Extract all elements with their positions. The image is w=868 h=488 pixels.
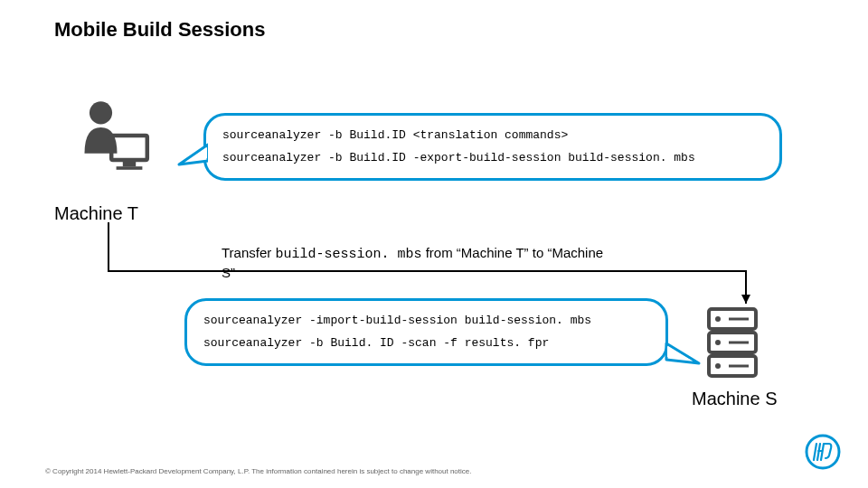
svg-rect-3 xyxy=(117,166,143,170)
svg-rect-2 xyxy=(123,162,136,166)
commands-bubble-t: sourceanalyzer -b Build.ID <translation … xyxy=(203,113,782,181)
bubble2-tail xyxy=(665,342,701,365)
svg-marker-6 xyxy=(741,295,750,304)
svg-point-12 xyxy=(715,316,721,322)
svg-point-14 xyxy=(715,363,721,369)
transfer-text: Transfer build-session. mbs from “Machin… xyxy=(222,244,610,281)
command-line-4: sourceanalyzer -b Build. ID -scan -f res… xyxy=(203,333,649,355)
slide-title: Mobile Build Sessions xyxy=(54,18,265,42)
command-line-1: sourceanalyzer -b Build.ID <translation … xyxy=(222,125,763,147)
user-computer-icon xyxy=(72,95,154,176)
commands-bubble-s: sourceanalyzer -import-build-session bui… xyxy=(184,298,668,366)
bubble1-tail xyxy=(177,143,208,166)
svg-point-13 xyxy=(715,340,721,345)
hp-logo-icon xyxy=(805,434,841,470)
server-icon xyxy=(705,307,760,380)
machine-t-label: Machine T xyxy=(54,203,138,224)
transfer-file: build-session. mbs xyxy=(275,247,421,262)
footer-copyright: © Copyright 2014 Hewlett-Packard Develop… xyxy=(45,467,472,475)
svg-point-0 xyxy=(90,101,112,124)
command-line-2: sourceanalyzer -b Build.ID -export-build… xyxy=(222,147,763,170)
command-line-3: sourceanalyzer -import-build-session bui… xyxy=(203,310,649,333)
machine-s-label: Machine S xyxy=(692,389,778,409)
transfer-part1: Transfer xyxy=(222,245,275,260)
